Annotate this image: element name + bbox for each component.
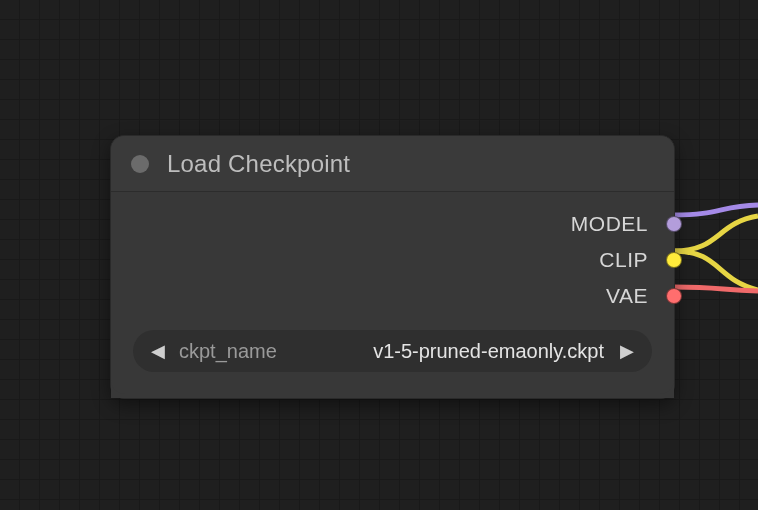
port-vae[interactable] xyxy=(666,288,682,304)
output-clip: CLIP xyxy=(111,242,674,278)
output-model: MODEL xyxy=(111,206,674,242)
node-titlebar[interactable]: Load Checkpoint xyxy=(111,136,674,192)
output-label-model: MODEL xyxy=(571,212,648,236)
node-title: Load Checkpoint xyxy=(167,150,350,178)
node-status-dot xyxy=(131,155,149,173)
node-widgets: ◀ ckpt_name v1-5-pruned-emaonly.ckpt ▶ xyxy=(111,320,674,394)
port-clip[interactable] xyxy=(666,252,682,268)
combo-label: ckpt_name xyxy=(175,340,277,363)
output-label-clip: CLIP xyxy=(599,248,648,272)
port-model[interactable] xyxy=(666,216,682,232)
node-load-checkpoint[interactable]: Load Checkpoint MODEL CLIP VAE ◀ ckpt_na… xyxy=(110,135,675,399)
ckpt-name-selector[interactable]: ◀ ckpt_name v1-5-pruned-emaonly.ckpt ▶ xyxy=(133,330,652,372)
output-vae: VAE xyxy=(111,278,674,314)
combo-value: v1-5-pruned-emaonly.ckpt xyxy=(277,340,610,363)
chevron-left-icon[interactable]: ◀ xyxy=(141,340,175,362)
node-body: MODEL CLIP VAE ◀ ckpt_name v1-5-pruned-e… xyxy=(111,192,674,398)
chevron-right-icon[interactable]: ▶ xyxy=(610,340,644,362)
node-outputs: MODEL CLIP VAE xyxy=(111,204,674,320)
output-label-vae: VAE xyxy=(606,284,648,308)
